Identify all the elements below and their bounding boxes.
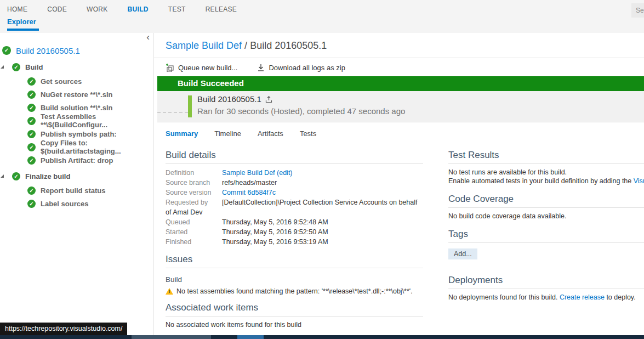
sidebar-item-label: Get sources: [41, 77, 82, 86]
sidebar-item-label: Copy Files to: $(build.artifactstaging..…: [41, 139, 153, 155]
nav-item-work[interactable]: WORK: [87, 5, 108, 13]
success-check-icon: [27, 156, 36, 165]
scrollbar-thumb[interactable]: [237, 335, 264, 339]
success-check-icon: [27, 77, 36, 86]
issues-heading: Issues: [166, 254, 423, 268]
sidebar-item-label: Publish Artifact: drop: [41, 156, 113, 165]
sidebar-item-get-sources[interactable]: Get sources: [0, 75, 153, 88]
definition-edit-link[interactable]: Sample Build Def (edit): [222, 169, 293, 177]
nav-item-code[interactable]: CODE: [47, 5, 67, 13]
sidebar-group-finalize-build[interactable]: Finalize build: [0, 170, 153, 183]
detail-row-definition: DefinitionSample Build Def (edit): [166, 168, 423, 178]
sidebar-item-label: Label sources: [41, 200, 88, 208]
sidebar-item-build-root[interactable]: Build 20160505.1: [0, 44, 153, 57]
detail-row-requested-by: Requested by[DefaultCollection]\Project …: [166, 197, 423, 217]
create-release-link[interactable]: Create release: [560, 293, 605, 301]
build-summary-strip: Build 20160505.1 Ran for 30 seconds (Hos…: [157, 91, 644, 122]
detail-row-source-version: Source versionCommit 6d584f7c: [166, 188, 423, 197]
main-content: Sample Build Def / Build 20160505.1 Queu…: [154, 33, 644, 339]
download-logs-button[interactable]: Download all logs as zip: [257, 64, 345, 72]
sidebar-item-publish-artifact[interactable]: Publish Artifact: drop: [0, 154, 153, 167]
nav-item-build[interactable]: BUILD: [128, 5, 149, 13]
nav-item-home[interactable]: HOME: [7, 5, 27, 13]
build-status-banner: Build Succeeded: [157, 76, 644, 91]
success-check-icon: [27, 117, 36, 125]
success-check-icon: [12, 172, 20, 180]
detail-row-queued: QueuedThursday, May 5, 2016 9:52:48 AM: [166, 217, 423, 227]
detail-row-finished: FinishedThursday, May 5, 2016 9:53:19 AM: [166, 237, 423, 247]
horizontal-scrollbar[interactable]: [0, 335, 644, 339]
build-details-table: DefinitionSample Build Def (edit) Source…: [166, 168, 423, 247]
tab-explorer[interactable]: Explorer: [7, 18, 39, 31]
queue-build-icon: [166, 63, 174, 72]
sidebar-root-label: Build 20160505.1: [16, 46, 80, 55]
success-status-bar: [188, 95, 192, 117]
tab-summary[interactable]: Summary: [166, 129, 198, 138]
scrollbar-segment[interactable]: [132, 335, 211, 339]
summary-right-column: Test Results No test runs are available …: [438, 143, 644, 339]
vsts-build-page: HOME CODE WORK BUILD TEST RELEASE Explor…: [0, 0, 644, 339]
top-navigation-bar: HOME CODE WORK BUILD TEST RELEASE Explor…: [0, 0, 644, 33]
download-logs-label: Download all logs as zip: [269, 64, 345, 72]
associated-work-items-heading: Associated work items: [166, 302, 423, 317]
summary-tabs: Summary Timeline Artifacts Tests: [154, 122, 644, 143]
tab-timeline[interactable]: Timeline: [214, 129, 241, 138]
add-tag-button[interactable]: Add...: [448, 248, 477, 259]
detail-row-source-branch: Source branchrefs/heads/master: [166, 178, 423, 188]
definition-link[interactable]: Sample Build Def: [166, 40, 242, 51]
sidebar-item-copy-files[interactable]: Copy Files to: $(build.artifactstaging..…: [0, 140, 153, 154]
breadcrumb: Sample Build Def / Build 20160505.1: [166, 40, 644, 52]
build-number-title: Build 20160505.1: [250, 40, 327, 51]
build-details-heading: Build details: [166, 150, 423, 164]
success-check-icon: [2, 46, 11, 55]
visual-studio-test-link[interactable]: Visual: [634, 177, 644, 185]
search-input[interactable]: Se: [631, 3, 644, 18]
build-steps-sidebar: Build 20160505.1 Build Get sources NuGet…: [0, 33, 154, 339]
success-check-icon: [27, 91, 36, 99]
commit-link[interactable]: Commit 6d584f7c: [222, 189, 276, 196]
code-coverage-heading: Code Coverage: [448, 194, 644, 208]
tab-explorer-label: Explorer: [7, 18, 36, 26]
sidebar-item-label: Publish symbols path:: [41, 130, 117, 138]
success-check-icon: [27, 143, 36, 151]
tab-artifacts[interactable]: Artifacts: [258, 129, 283, 138]
build-status-text: Build Succeeded: [178, 78, 244, 88]
status-url-tooltip: https://techrepository.visualstudio.com/: [0, 323, 127, 335]
enable-tests-text: Enable automated tests in your build def…: [448, 177, 644, 185]
summary-left-column: Build details DefinitionSample Build Def…: [154, 143, 438, 339]
build-toolbar: Queue new build... Download all logs as …: [154, 58, 644, 76]
expand-twisty-icon[interactable]: [1, 174, 4, 178]
sidebar-item-label-sources[interactable]: Label sources: [0, 197, 153, 210]
no-work-items-text: No associated work items found for this …: [166, 321, 423, 329]
nav-item-release[interactable]: RELEASE: [206, 5, 237, 13]
nav-item-test[interactable]: TEST: [168, 5, 186, 13]
no-deployments-text: No deployments found for this build. Cre…: [448, 293, 644, 301]
expand-twisty-icon[interactable]: [1, 65, 4, 69]
collapse-sidebar-icon[interactable]: [146, 33, 150, 43]
sidebar-item-nuget-restore[interactable]: NuGet restore **\*.sln: [0, 88, 153, 101]
warning-icon: [166, 288, 173, 295]
sidebar-item-report-build-status[interactable]: Report build status: [0, 184, 153, 197]
success-check-icon: [27, 187, 36, 195]
breadcrumb-separator: /: [244, 40, 247, 51]
success-check-icon: [12, 63, 20, 71]
no-code-coverage-text: No build code coverage data available.: [448, 212, 644, 220]
deployments-heading: Deployments: [448, 275, 644, 289]
tab-tests[interactable]: Tests: [300, 129, 316, 138]
sidebar-group-build[interactable]: Build: [0, 60, 153, 74]
sidebar-item-label: Test Assemblies **\$(BuildConfigur...: [41, 112, 153, 129]
queue-new-build-button[interactable]: Queue new build...: [166, 63, 237, 72]
build-warning-message: No test assemblies found matching the pa…: [166, 287, 423, 295]
sidebar-item-label: Report build status: [41, 187, 105, 195]
sidebar-item-test-assemblies[interactable]: Test Assemblies **\$(BuildConfigur...: [0, 114, 153, 127]
tags-heading: Tags: [448, 229, 644, 243]
success-check-icon: [27, 104, 36, 112]
sidebar-group-label: Finalize build: [25, 172, 70, 180]
download-icon: [257, 64, 265, 72]
queue-new-build-label: Queue new build...: [178, 64, 237, 72]
run-duration-text: Ran for 30 seconds (Hosted), completed 4…: [197, 106, 405, 116]
success-check-icon: [27, 200, 36, 208]
sidebar-item-label: Build solution **\*.sln: [41, 104, 112, 112]
retain-build-icon[interactable]: [265, 95, 272, 103]
timeline-dash-connector: [157, 112, 188, 113]
